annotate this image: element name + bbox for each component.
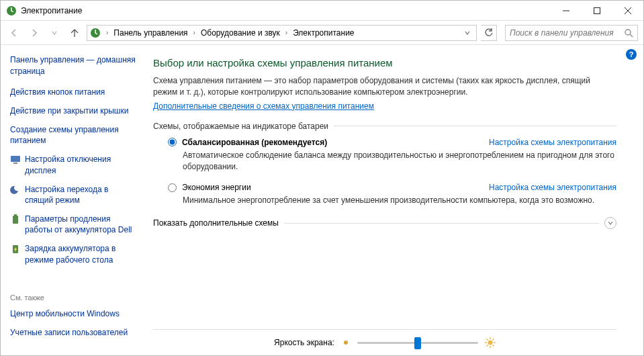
back-button[interactable] bbox=[6, 25, 22, 41]
svg-point-14 bbox=[488, 341, 492, 345]
chevron-right-icon[interactable]: › bbox=[283, 29, 290, 36]
titlebar: Электропитание bbox=[1, 1, 643, 21]
sidebar-item-label: Зарядка аккумулятора в режиме рабочего с… bbox=[25, 243, 138, 265]
sidebar-item-label: Действия кнопок питания bbox=[10, 87, 105, 97]
divider bbox=[334, 126, 616, 126]
recent-dropdown[interactable] bbox=[46, 25, 62, 41]
sidebar-link-dell-battery[interactable]: Параметры продления работы от аккумулято… bbox=[10, 214, 138, 235]
sidebar-item-label: Параметры продления работы от аккумулято… bbox=[25, 214, 138, 235]
sidebar: Панель управления — домашняя страница Де… bbox=[1, 45, 145, 355]
svg-rect-8 bbox=[11, 156, 20, 162]
maximize-button[interactable] bbox=[582, 1, 612, 21]
breadcrumb-root[interactable]: Панель управления bbox=[111, 28, 190, 38]
slider-thumb[interactable] bbox=[414, 337, 421, 349]
sidebar-link-lid-close[interactable]: Действие при закрытии крышки bbox=[10, 105, 138, 116]
chevron-right-icon[interactable]: › bbox=[103, 29, 111, 36]
toolbar: › Панель управления › Оборудование и зву… bbox=[1, 21, 643, 45]
learn-more-link[interactable]: Дополнительные сведения о схемах управле… bbox=[153, 101, 374, 111]
plan-name[interactable]: Экономия энергии bbox=[182, 183, 251, 192]
svg-rect-10 bbox=[13, 216, 18, 224]
display-icon bbox=[10, 154, 21, 165]
plan-configure-link[interactable]: Настройка схемы электропитания bbox=[489, 138, 616, 147]
window-title: Электропитание bbox=[21, 6, 551, 15]
addressbar[interactable]: › Панель управления › Оборудование и зву… bbox=[87, 25, 477, 41]
svg-point-13 bbox=[344, 341, 348, 345]
battery-icon bbox=[10, 214, 21, 225]
sidebar-home-link[interactable]: Панель управления — домашняя страница bbox=[10, 54, 138, 77]
main-content: Выбор или настройка схемы управления пит… bbox=[145, 45, 643, 355]
sun-dim-icon bbox=[341, 338, 351, 347]
sidebar-link-create-plan[interactable]: Создание схемы управления питанием bbox=[10, 124, 138, 146]
divider bbox=[284, 223, 599, 224]
svg-line-7 bbox=[630, 34, 633, 37]
brightness-footer: Яркость экрана: bbox=[153, 329, 616, 349]
plan-radio-powersaver[interactable] bbox=[168, 183, 177, 192]
plan-balanced: Сбалансированная (рекомендуется) Настрой… bbox=[168, 138, 616, 173]
sidebar-link-mobility-center[interactable]: Центр мобильности Windows bbox=[10, 308, 138, 319]
up-button[interactable] bbox=[66, 25, 83, 41]
sidebar-link-user-accounts[interactable]: Учетные записи пользователей bbox=[10, 327, 138, 338]
sidebar-item-label: Создание схемы управления питанием bbox=[10, 124, 138, 146]
addressbar-icon bbox=[90, 28, 101, 38]
sidebar-item-label: Настройка отключения дисплея bbox=[25, 154, 138, 175]
sidebar-item-label: Настройка перехода в спящий режим bbox=[25, 184, 138, 206]
svg-point-6 bbox=[625, 30, 631, 35]
sidebar-item-label: Учетные записи пользователей bbox=[10, 327, 128, 338]
expand-additional-plans[interactable]: Показать дополнительные схемы bbox=[153, 217, 616, 229]
sun-bright-icon bbox=[485, 337, 496, 348]
sidebar-link-power-buttons[interactable]: Действия кнопок питания bbox=[10, 87, 138, 97]
chevron-down-icon[interactable] bbox=[604, 217, 616, 229]
see-also-label: См. также bbox=[10, 294, 138, 302]
plans-group-header: Схемы, отображаемые на индикаторе батаре… bbox=[153, 122, 616, 132]
sidebar-item-label: Действие при закрытии крышки bbox=[10, 105, 128, 116]
svg-rect-9 bbox=[13, 163, 17, 164]
close-button[interactable] bbox=[612, 1, 643, 21]
brightness-slider[interactable] bbox=[357, 337, 478, 349]
search-icon[interactable] bbox=[624, 28, 633, 38]
addressbar-dropdown[interactable] bbox=[461, 30, 473, 36]
plan-configure-link[interactable]: Настройка схемы электропитания bbox=[489, 183, 616, 192]
sleep-icon bbox=[10, 185, 21, 195]
breadcrumb-mid[interactable]: Оборудование и звук bbox=[198, 28, 283, 38]
group-label: Схемы, отображаемые на индикаторе батаре… bbox=[153, 122, 328, 131]
plan-description: Минимальное энергопотребление за счет ум… bbox=[183, 195, 616, 206]
plan-radio-balanced[interactable] bbox=[168, 138, 177, 146]
search-input[interactable] bbox=[510, 28, 624, 38]
refresh-button[interactable] bbox=[481, 25, 497, 41]
svg-line-20 bbox=[492, 345, 494, 347]
chevron-right-icon[interactable]: › bbox=[191, 29, 198, 36]
sidebar-link-display-off[interactable]: Настройка отключения дисплея bbox=[10, 154, 138, 175]
charge-icon bbox=[10, 244, 21, 255]
expand-label: Показать дополнительные схемы bbox=[153, 218, 279, 228]
svg-rect-11 bbox=[14, 214, 17, 216]
breadcrumb-leaf[interactable]: Электропитание bbox=[290, 28, 357, 38]
page-description: Схема управления питанием — это набор па… bbox=[153, 75, 616, 99]
sidebar-link-desktop-charge[interactable]: Зарядка аккумулятора в режиме рабочего с… bbox=[10, 243, 138, 265]
plan-name[interactable]: Сбалансированная (рекомендуется) bbox=[182, 138, 327, 147]
svg-rect-2 bbox=[594, 7, 600, 13]
app-icon bbox=[6, 5, 17, 16]
page-heading: Выбор или настройка схемы управления пит… bbox=[153, 57, 616, 69]
svg-line-21 bbox=[486, 345, 488, 347]
plan-description: Автоматическое соблюдение баланса между … bbox=[183, 150, 616, 173]
svg-line-22 bbox=[492, 339, 494, 341]
sidebar-item-label: Центр мобильности Windows bbox=[10, 308, 120, 319]
svg-line-19 bbox=[486, 339, 488, 341]
brightness-label: Яркость экрана: bbox=[274, 338, 334, 347]
plan-powersaver: Экономия энергии Настройка схемы электро… bbox=[168, 183, 616, 206]
sidebar-link-sleep[interactable]: Настройка перехода в спящий режим bbox=[10, 184, 138, 206]
minimize-button[interactable] bbox=[551, 1, 582, 21]
forward-button[interactable] bbox=[26, 25, 42, 41]
searchbox[interactable] bbox=[505, 25, 638, 41]
